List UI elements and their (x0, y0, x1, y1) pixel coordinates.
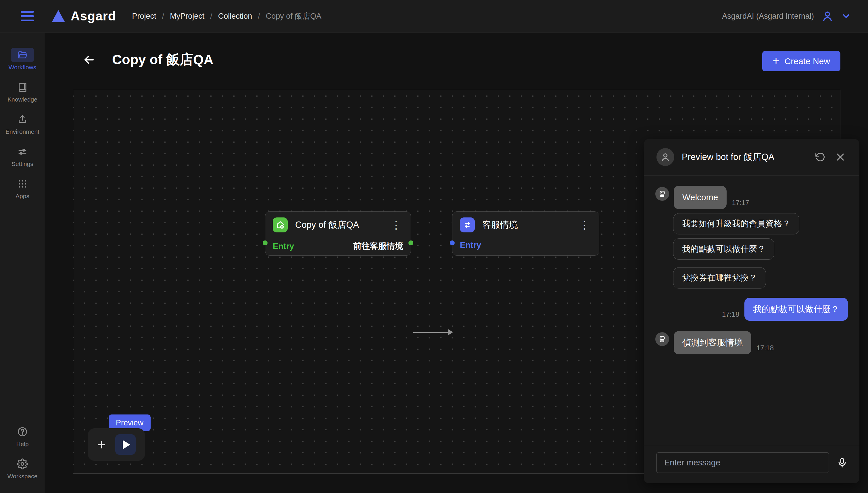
chat-title: Preview bot for 飯店QA (682, 151, 806, 163)
input-port[interactable] (450, 240, 455, 245)
chat-message-bot: Welcome 17:17 (655, 186, 848, 209)
close-chat-button[interactable] (834, 151, 847, 164)
message-bubble: 偵測到客服情境 (674, 331, 751, 355)
sidebar-item-label: Environment (5, 128, 39, 135)
sidebar-item-knowledge[interactable]: Knowledge (7, 80, 37, 103)
canvas-toolbar: + (88, 428, 145, 461)
node-title: 客服情境 (482, 219, 570, 231)
sidebar-item-label: Workflows (8, 64, 36, 71)
sidebar-item-label: Apps (16, 193, 29, 200)
swap-arrows-icon (460, 217, 475, 232)
node-output-label: 前往客服情境 (353, 240, 403, 252)
chat-input-bar (644, 445, 860, 483)
preview-label: Preview (116, 419, 143, 427)
breadcrumb-current: Copy of 飯店QA (266, 11, 322, 21)
home-plus-icon (273, 217, 288, 232)
account-label: AsgardAI (Asgard Internal) (722, 12, 814, 21)
breadcrumb-project[interactable]: Project (132, 12, 164, 21)
sidebar-item-label: Settings (12, 160, 33, 167)
microphone-icon (837, 457, 848, 469)
edge-arrowhead-icon (448, 329, 453, 335)
quick-reply-chip[interactable]: 兌換券在哪裡兌換？ (673, 267, 766, 288)
asgard-logo-icon (52, 10, 65, 22)
sliders-icon (17, 146, 28, 157)
bot-avatar (657, 148, 674, 166)
refresh-icon (815, 152, 825, 162)
logo-text: Asgard (71, 9, 116, 23)
chat-messages: Welcome 17:17 我要如何升級我的會員資格？ 我的點數可以做什麼？ 兌… (644, 175, 860, 445)
node-entry-label: Entry (273, 242, 294, 251)
gear-icon (17, 458, 28, 469)
chat-message-bot: 偵測到客服情境 17:18 (655, 331, 848, 355)
breadcrumb: Project MyProject Collection Copy of 飯店Q… (132, 11, 327, 21)
user-avatar-icon[interactable] (821, 10, 833, 22)
sidebar-item-label: Help (16, 441, 28, 448)
message-timestamp: 17:17 (732, 199, 749, 207)
create-new-button[interactable]: + Create New (762, 51, 840, 71)
run-workflow-button[interactable] (115, 434, 136, 455)
upload-icon (17, 114, 28, 125)
workflow-node-service[interactable]: 客服情境 ⋮ Entry (452, 211, 599, 256)
add-node-button[interactable]: + (97, 437, 106, 452)
chevron-down-icon[interactable] (841, 11, 851, 21)
chat-header: Preview bot for 飯店QA (644, 139, 860, 175)
sidebar: Workflows Knowledge Environment Settings… (0, 33, 45, 493)
node-entry-label: Entry (460, 240, 481, 250)
microphone-button[interactable] (837, 457, 848, 469)
message-bubble: 我的點數可以做什麼？ (745, 298, 848, 321)
sidebar-item-environment[interactable]: Environment (5, 112, 39, 135)
edge-connector (413, 332, 448, 333)
page-title: Copy of 飯店QA (112, 51, 213, 69)
top-bar: Asgard Project MyProject Collection Copy… (0, 0, 868, 33)
sidebar-item-apps[interactable]: Apps (11, 177, 34, 200)
message-bubble: Welcome (674, 186, 727, 209)
hamburger-menu-icon[interactable] (21, 11, 34, 21)
kebab-menu-icon[interactable]: ⋮ (577, 221, 592, 229)
sidebar-item-help[interactable]: Help (11, 425, 34, 448)
quick-reply-chip[interactable]: 我的點數可以做什麼？ (673, 238, 774, 260)
chat-message-user: 17:18 我的點數可以做什麼？ (655, 298, 848, 321)
quick-replies-row-1: 我要如何升級我的會員資格？ (673, 213, 848, 234)
node-title: Copy of 飯店QA (295, 219, 382, 231)
message-timestamp: 17:18 (756, 344, 774, 352)
breadcrumb-collection[interactable]: Collection (218, 12, 260, 21)
create-new-label: Create New (785, 56, 830, 66)
book-icon (17, 82, 28, 92)
apps-grid-icon (17, 179, 28, 189)
input-port[interactable] (263, 240, 268, 245)
workflow-node-entry[interactable]: Copy of 飯店QA ⋮ Entry 前往客服情境 (265, 211, 411, 256)
reset-chat-button[interactable] (814, 151, 827, 164)
message-input[interactable] (657, 452, 829, 473)
quick-reply-chip[interactable]: 我要如何升級我的會員資格？ (673, 213, 799, 234)
quick-replies-row-2: 我的點數可以做什麼？ 兌換券在哪裡兌換？ (673, 238, 848, 288)
sidebar-item-settings[interactable]: Settings (11, 144, 34, 167)
plus-icon: + (773, 55, 779, 66)
robot-icon (655, 187, 669, 201)
breadcrumb-myproject[interactable]: MyProject (170, 12, 212, 21)
folder-icon (17, 50, 28, 60)
message-timestamp: 17:18 (722, 310, 739, 318)
play-icon (123, 440, 130, 449)
sidebar-item-workspace[interactable]: Workspace (7, 457, 38, 480)
kebab-menu-icon[interactable]: ⋮ (389, 221, 403, 229)
back-arrow-icon[interactable] (82, 53, 96, 67)
output-port[interactable] (408, 240, 413, 245)
preview-chat-panel: Preview bot for 飯店QA Welcome 17:17 我要如何升… (644, 139, 860, 483)
sidebar-item-label: Knowledge (7, 96, 37, 103)
sidebar-item-workflows[interactable]: Workflows (8, 48, 36, 71)
sidebar-item-label: Workspace (7, 473, 38, 480)
close-icon (835, 152, 846, 162)
robot-icon (655, 332, 669, 346)
help-icon (17, 426, 28, 437)
